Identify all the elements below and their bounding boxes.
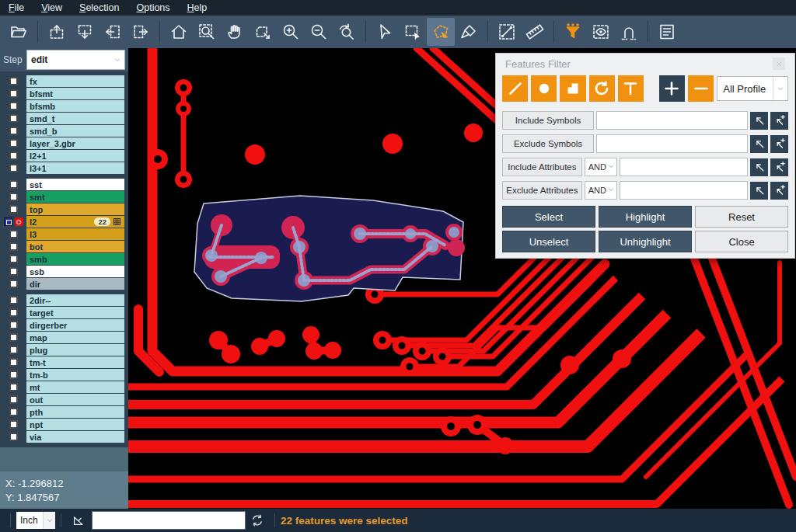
layer-checkbox[interactable]: [9, 255, 18, 263]
layer-checkbox[interactable]: [9, 420, 18, 429]
units-select[interactable]: Inch: [16, 512, 55, 529]
layer-checkbox[interactable]: [4, 217, 12, 226]
filter-positive-toggle[interactable]: [659, 75, 685, 102]
layer-name[interactable]: tm-t: [26, 356, 124, 368]
layer-row-l2[interactable]: l222: [0, 216, 128, 228]
corner-triangle-icon[interactable]: [69, 511, 88, 530]
layer-row-tm-t[interactable]: tm-t: [0, 356, 128, 368]
brush-button[interactable]: [455, 18, 483, 46]
layer-name[interactable]: tm-b: [26, 369, 124, 381]
layer-checkbox[interactable]: [9, 333, 18, 342]
filter-text-toggle[interactable]: [618, 75, 644, 102]
layer-checkbox[interactable]: [9, 193, 18, 201]
selected-region[interactable]: [194, 196, 465, 301]
command-input[interactable]: [92, 511, 246, 530]
unselect-button[interactable]: Unselect: [502, 231, 595, 252]
exclude-attributes-button[interactable]: Exclude Attributes: [502, 181, 582, 200]
filter-lines-toggle[interactable]: [502, 75, 528, 102]
layer-checkbox[interactable]: [9, 370, 18, 379]
exclude-attributes-input[interactable]: [620, 181, 748, 200]
layer-checkbox[interactable]: [9, 89, 18, 98]
layer-checkbox[interactable]: [9, 358, 18, 367]
layer-name[interactable]: smd_t: [26, 113, 124, 124]
profile-select[interactable]: All Profile: [717, 76, 788, 101]
select-cursor-button[interactable]: [371, 18, 399, 46]
menu-item-help[interactable]: Help: [179, 0, 216, 16]
layer-row-smd_b[interactable]: smd_b: [0, 125, 128, 137]
layer-row-tm-b[interactable]: tm-b: [0, 369, 128, 381]
layer-checkbox[interactable]: [9, 408, 18, 416]
layer-name[interactable]: mt: [26, 381, 124, 393]
layer-checkbox[interactable]: [9, 205, 18, 214]
sync-icon[interactable]: [248, 511, 267, 530]
layer-name[interactable]: l222: [26, 216, 124, 228]
menu-item-view[interactable]: View: [33, 0, 71, 16]
layer-name[interactable]: smb: [26, 253, 124, 265]
layer-row-dir[interactable]: dir: [0, 278, 128, 290]
dialog-titlebar[interactable]: Features Filter: [496, 54, 794, 74]
reset-button[interactable]: Reset: [695, 206, 788, 228]
notes-button[interactable]: [653, 18, 681, 46]
layer-checkbox[interactable]: [9, 242, 18, 251]
zoom-previous-button[interactable]: [333, 18, 361, 46]
layer-checkbox[interactable]: [9, 164, 18, 172]
layer-row-sst[interactable]: sst: [0, 179, 128, 190]
measure-button[interactable]: [493, 18, 521, 46]
layer-checkbox[interactable]: [9, 383, 18, 391]
nudge-left-button[interactable]: [99, 18, 127, 46]
zoom-area-button[interactable]: [193, 18, 221, 46]
layer-row-target[interactable]: target: [0, 307, 128, 318]
pan-polygon-button[interactable]: [249, 18, 277, 46]
layer-row-2dir--[interactable]: 2dir--: [0, 294, 128, 306]
assign-arrow-button[interactable]: [750, 135, 768, 153]
layer-checkbox[interactable]: [9, 139, 18, 148]
layer-checkbox[interactable]: [9, 321, 18, 329]
layer-row-bfsmb[interactable]: bfsmb: [0, 100, 128, 112]
filter-pads-toggle[interactable]: [531, 75, 557, 102]
layer-name[interactable]: bot: [26, 241, 124, 252]
highlight-button[interactable]: Highlight: [599, 206, 692, 228]
layer-name[interactable]: top: [26, 203, 124, 215]
pan-hand-button[interactable]: [221, 18, 249, 46]
layer-name[interactable]: map: [26, 332, 124, 343]
layer-checkbox[interactable]: [9, 395, 18, 404]
layer-checkbox[interactable]: [9, 267, 18, 276]
layer-checkbox[interactable]: [9, 114, 18, 123]
zoom-in-button[interactable]: [277, 18, 305, 46]
layer-name[interactable]: smd_b: [26, 125, 124, 137]
layer-row-smd_t[interactable]: smd_t: [0, 113, 128, 124]
rect-select-button[interactable]: [399, 18, 427, 46]
layer-row-bot[interactable]: bot: [0, 241, 128, 252]
polygon-select-button[interactable]: [427, 18, 455, 46]
layer-name[interactable]: dirgerber: [26, 319, 124, 331]
layer-checkbox[interactable]: [9, 433, 18, 441]
assign-arrow-plus-button[interactable]: [770, 182, 788, 200]
exclude-symbols-input[interactable]: [596, 134, 748, 153]
layer-checkbox[interactable]: [9, 280, 18, 288]
layer-row-via[interactable]: via: [0, 431, 128, 443]
and-or-select[interactable]: AND: [585, 158, 617, 176]
assign-arrow-plus-button[interactable]: [770, 112, 788, 130]
snap-button[interactable]: [615, 18, 643, 46]
layer-name[interactable]: l2+1: [26, 150, 124, 162]
assign-arrow-button[interactable]: [750, 112, 768, 130]
active-layer-indicator[interactable]: [15, 217, 23, 226]
layer-row-l2+1[interactable]: l2+1: [0, 150, 128, 162]
layer-row-smt[interactable]: smt: [0, 191, 128, 203]
and-or-select[interactable]: AND: [585, 181, 617, 200]
layer-row-out[interactable]: out: [0, 394, 128, 405]
assign-arrow-button[interactable]: [750, 182, 768, 200]
layer-row-map[interactable]: map: [0, 332, 128, 343]
layer-name[interactable]: pth: [26, 406, 124, 418]
layer-name[interactable]: plug: [26, 344, 124, 356]
assign-arrow-plus-button[interactable]: [770, 135, 788, 153]
assign-arrow-button[interactable]: [750, 158, 768, 176]
filter-negative-toggle[interactable]: [688, 75, 714, 102]
layer-row-top[interactable]: top: [0, 203, 128, 215]
layer-name[interactable]: l3+1: [26, 162, 124, 174]
nudge-up-button[interactable]: [43, 18, 71, 46]
layer-row-fx[interactable]: fx: [0, 75, 128, 87]
layer-name[interactable]: l3: [26, 228, 124, 240]
exclude-symbols-button[interactable]: Exclude Symbols: [502, 134, 594, 153]
include-attributes-button[interactable]: Include Attributes: [502, 158, 582, 176]
